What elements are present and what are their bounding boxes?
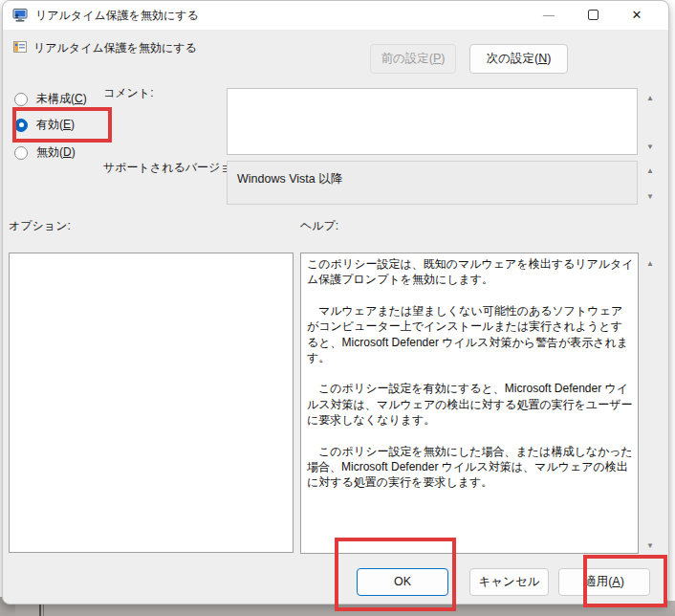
titlebar: リアルタイム保護を無効にする — ✕	[3, 1, 668, 30]
scroll-up-icon[interactable]: ▲	[640, 165, 661, 177]
comment-input[interactable]	[227, 88, 638, 155]
radio-circle[interactable]	[14, 93, 28, 106]
background-window-edge	[43, 603, 44, 616]
annotation-box-apply	[583, 555, 667, 607]
options-label: オプション:	[9, 218, 71, 234]
scroll-down-icon[interactable]: ▼	[640, 540, 661, 552]
annotation-box-ok	[335, 538, 456, 611]
button-label: 次の設定(	[487, 52, 538, 65]
radio-label: 未構成(C)	[36, 91, 87, 107]
help-paragraph: このポリシー設定を無効にした場合、または構成しなかった場合、Microsoft …	[307, 444, 634, 491]
previous-setting-button[interactable]: 前の設定(P)	[370, 44, 456, 74]
scroll-down-icon[interactable]: ▼	[640, 142, 661, 153]
setting-name: リアルタイム保護を無効にする	[33, 40, 197, 56]
supported-version-label: サポートされるバージョン:	[103, 160, 247, 176]
group-policy-icon	[12, 8, 28, 23]
radio-label: 無効(D)	[36, 144, 76, 161]
radio-not-configured[interactable]: 未構成(C)	[14, 91, 87, 107]
help-paragraph: このポリシー設定は、既知のマルウェアを検出するリアルタイム保護プロンプトを無効に…	[307, 256, 634, 288]
help-label: ヘルプ:	[300, 218, 338, 234]
scroll-down-icon[interactable]: ▼	[640, 191, 661, 203]
screenshot-root: リアルタイム保護を無効にする — ✕ リアルタイム保護を無効にする 前の設定(P…	[0, 0, 675, 616]
scroll-up-icon[interactable]: ▲	[640, 93, 661, 104]
button-accesskey: N	[538, 52, 547, 65]
button-label: 前の設定(	[381, 52, 433, 65]
radio-disabled[interactable]: 無効(D)	[14, 144, 76, 161]
radio-circle[interactable]	[14, 146, 28, 160]
help-paragraph: このポリシー設定を有効にすると、Microsoft Defender ウイルス対…	[307, 381, 634, 428]
cancel-button[interactable]: キャンセル	[469, 568, 549, 596]
window-title: リアルタイム保護を無効にする	[35, 1, 199, 30]
maximize-button[interactable]	[578, 1, 607, 30]
next-setting-button[interactable]: 次の設定(N)	[469, 44, 568, 74]
button-label: )	[441, 52, 445, 65]
policy-setting-dialog: リアルタイム保護を無効にする — ✕ リアルタイム保護を無効にする 前の設定(P…	[2, 0, 669, 605]
help-paragraph: マルウェアまたは望ましくない可能性のあるソフトウェアがコンピューター上でインスト…	[307, 303, 634, 366]
supported-version-value: Windows Vista 以降	[227, 161, 638, 205]
help-panel: このポリシー設定は、既知のマルウェアを検出するリアルタイム保護プロンプトを無効に…	[300, 253, 639, 554]
background-window-edge	[39, 603, 41, 616]
scroll-up-icon[interactable]: ▲	[640, 258, 661, 270]
help-text: このポリシー設定は、既知のマルウェアを検出するリアルタイム保護プロンプトを無効に…	[301, 253, 638, 491]
annotation-box-enabled	[12, 107, 112, 143]
close-button[interactable]: ✕	[622, 1, 651, 30]
button-label: )	[547, 52, 551, 65]
options-panel	[9, 253, 294, 553]
maximize-icon	[588, 10, 599, 20]
policy-setting-icon	[12, 39, 28, 55]
minimize-button[interactable]: —	[534, 1, 563, 30]
comment-label: コメント:	[103, 85, 153, 101]
